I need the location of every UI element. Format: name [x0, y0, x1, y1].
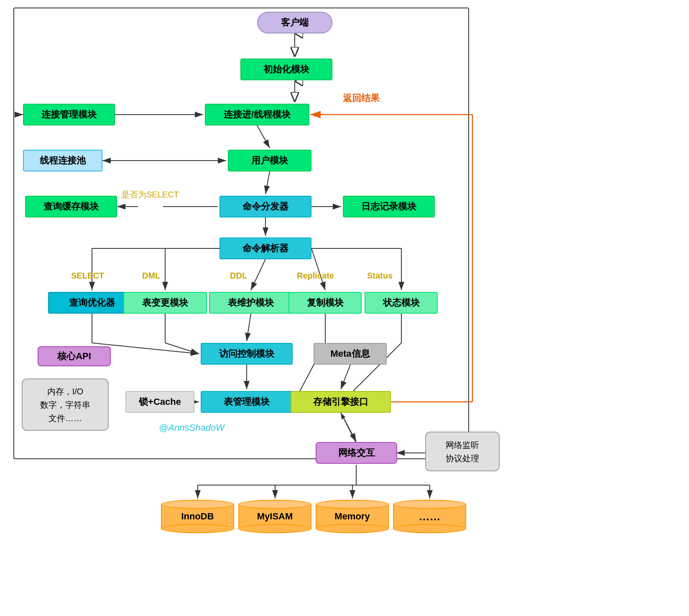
- mem-io-node: 内存，I/O数字，字符串文件……: [22, 378, 109, 431]
- status-label: Status: [367, 271, 393, 281]
- access-ctrl-node: 访问控制模块: [201, 343, 293, 365]
- ellipsis-cylinder: ……: [393, 500, 466, 533]
- init-module-node: 初始化模块: [240, 59, 332, 80]
- conn-thread-node: 连接进/线程模块: [205, 104, 309, 125]
- table-change-node: 表变更模块: [123, 292, 207, 314]
- return-result-label: 返回结果: [343, 92, 380, 105]
- conn-mgr-node: 连接管理模块: [23, 104, 115, 125]
- net-monitor-node: 网络监听协议处理: [425, 432, 500, 471]
- dml-label: DML: [142, 271, 160, 281]
- lock-cache-node: 锁+Cache: [125, 391, 194, 413]
- meta-info-node: Meta信息: [314, 343, 387, 365]
- thread-pool-node: 线程连接池: [23, 150, 102, 171]
- memory-cylinder: Memory: [316, 500, 389, 533]
- table-mgr-node: 表管理模块: [201, 391, 293, 413]
- storage-engine-if-node: 存储引擎接口: [291, 391, 391, 413]
- client-node: 客户端: [257, 12, 332, 33]
- table-maintain-node: 表维护模块: [209, 292, 293, 314]
- status-module-node: 状态模块: [365, 292, 438, 314]
- core-api-node: 核心API: [38, 346, 111, 366]
- user-module-node: 用户模块: [228, 150, 311, 171]
- watermark: @AnnsShadoW: [159, 422, 225, 433]
- replicate-label: Replicate: [297, 271, 334, 281]
- diagram-container: 客户端 初始化模块 连接管理模块 连接进/线程模块 返回结果 线程连接池 用户模…: [0, 0, 689, 616]
- myisam-cylinder: MyISAM: [238, 500, 311, 533]
- select-label: SELECT: [71, 271, 104, 281]
- query-optimizer-node: 查询优化器: [48, 292, 136, 314]
- ddl-label: DDL: [230, 271, 247, 281]
- net-interact-node: 网络交互: [316, 442, 397, 464]
- replicate-module-node: 复制模块: [288, 292, 362, 314]
- cmd-parser-node: 命令解析器: [219, 238, 311, 259]
- is-select-label: 是否为SELECT: [121, 189, 179, 200]
- cmd-dispatcher-node: 命令分发器: [219, 196, 311, 217]
- innodb-cylinder: InnoDB: [161, 500, 234, 533]
- log-module-node: 日志记录模块: [343, 196, 435, 217]
- query-cache-node: 查询缓存模块: [25, 196, 117, 217]
